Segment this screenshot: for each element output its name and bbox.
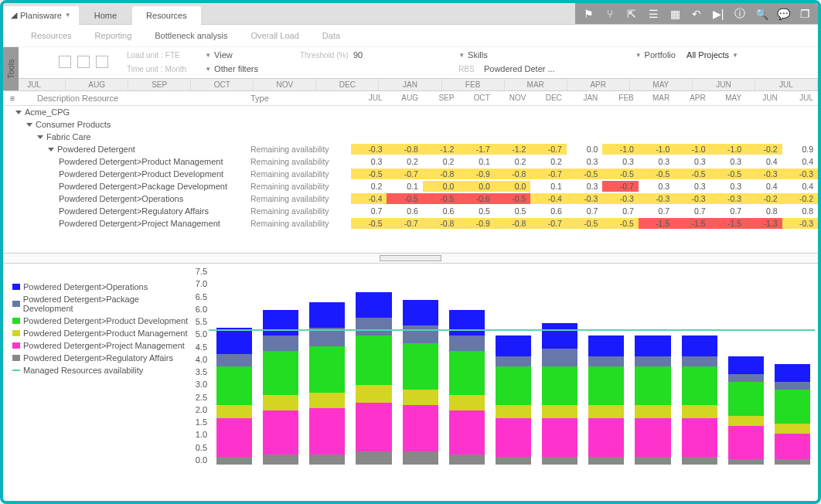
caret-icon[interactable]	[37, 135, 43, 139]
cell[interactable]: -1.2	[495, 144, 530, 155]
cell[interactable]: -1.3	[746, 218, 782, 229]
cell[interactable]: 0.3	[639, 181, 674, 192]
cell[interactable]: 0.0	[495, 181, 530, 192]
cell[interactable]: -1.2	[423, 144, 458, 155]
cell[interactable]: -1.7	[458, 144, 494, 155]
col-month[interactable]: JUL	[782, 94, 818, 103]
cell[interactable]: -0.3	[351, 144, 387, 155]
cell[interactable]: 0.5	[495, 206, 530, 216]
bar-column[interactable]	[635, 335, 670, 465]
data-row[interactable]: Powdered Detergent>OperationsRemaining a…	[3, 192, 818, 205]
cell[interactable]: -0.8	[495, 218, 530, 229]
chat-icon[interactable]: 💬	[776, 7, 790, 21]
splitter[interactable]	[3, 253, 818, 264]
tab-new[interactable]	[203, 6, 230, 25]
cell[interactable]: -0.2	[746, 193, 782, 204]
cell[interactable]: 0.3	[567, 156, 602, 167]
subnav-bottleneck[interactable]: Bottleneck analysis	[155, 31, 227, 40]
cell[interactable]: 0.5	[458, 206, 494, 216]
cell[interactable]: -0.5	[387, 193, 422, 204]
cell[interactable]: -0.5	[495, 193, 530, 204]
col-month[interactable]: APR	[674, 94, 710, 103]
col-month[interactable]: AUG	[387, 94, 422, 103]
portfolio-dropdown[interactable]: ▼Portfolio All Projects ▼	[635, 50, 738, 60]
cell[interactable]: -1.0	[674, 144, 710, 155]
legend-item[interactable]: Powdered Detergent>Regulatory Affairs	[12, 353, 189, 363]
cell[interactable]: -1.0	[639, 144, 674, 155]
cell[interactable]: 0.7	[710, 206, 746, 216]
forward-icon[interactable]: ▶|	[711, 7, 725, 21]
undo-icon[interactable]: ↶	[690, 7, 703, 21]
cell[interactable]: -0.5	[710, 169, 746, 179]
cell[interactable]: -0.5	[351, 169, 387, 179]
cell[interactable]: 0.7	[351, 206, 387, 216]
rbs-value[interactable]: Powdered Deter ...	[484, 64, 555, 73]
cell[interactable]: -0.7	[387, 218, 422, 229]
cell[interactable]: -0.3	[710, 193, 746, 204]
col-month[interactable]: NOV	[495, 94, 530, 103]
tab-resources[interactable]: Resources	[132, 6, 201, 25]
cell[interactable]: -0.7	[387, 169, 422, 179]
cell[interactable]: 0.4	[746, 181, 782, 192]
cell[interactable]: -0.3	[639, 193, 674, 204]
cell[interactable]: -0.6	[458, 193, 494, 204]
cell[interactable]: -0.4	[530, 193, 566, 204]
caret-icon[interactable]	[15, 111, 22, 114]
cell[interactable]: -0.3	[602, 193, 638, 204]
bar-column[interactable]	[263, 310, 298, 465]
col-description[interactable]: Description Resource	[22, 94, 250, 103]
cell[interactable]: -0.2	[746, 144, 782, 155]
cell[interactable]: -0.3	[782, 169, 818, 179]
cell[interactable]: 0.1	[530, 181, 566, 192]
cell[interactable]: -0.8	[423, 218, 458, 229]
cell[interactable]: 0.4	[782, 181, 818, 192]
splitter-handle[interactable]	[380, 255, 441, 261]
cell[interactable]: 0.7	[639, 206, 674, 216]
cell[interactable]: -1.0	[602, 144, 638, 155]
cell[interactable]: -0.8	[495, 169, 530, 179]
cell[interactable]: 0.3	[602, 156, 638, 167]
bar-column[interactable]	[403, 300, 438, 465]
cell[interactable]: 0.7	[567, 206, 602, 216]
bar-column[interactable]	[449, 310, 485, 465]
caret-icon[interactable]	[26, 123, 32, 127]
legend-item[interactable]: Powdered Detergent>Operations	[12, 282, 189, 291]
cell[interactable]: -0.7	[530, 144, 566, 155]
cell[interactable]: -0.3	[567, 193, 602, 204]
edit-icon[interactable]	[77, 56, 90, 68]
col-type[interactable]: Type	[250, 94, 351, 103]
cell[interactable]: 0.6	[423, 206, 458, 216]
list-icon-small[interactable]: ≡	[3, 94, 22, 103]
cell[interactable]: 0.4	[782, 156, 818, 167]
col-month[interactable]: MAY	[710, 94, 746, 103]
cell[interactable]: 0.3	[351, 156, 387, 167]
bar-column[interactable]	[356, 292, 391, 465]
col-month[interactable]: OCT	[458, 94, 494, 103]
tab-home[interactable]: Home	[80, 6, 131, 25]
cell[interactable]: 0.4	[746, 156, 782, 167]
skills-dropdown[interactable]: ▼Skills	[458, 50, 555, 60]
cell[interactable]: 0.0	[423, 181, 458, 192]
bar-column[interactable]	[588, 335, 624, 465]
tree-row[interactable]: Consumer Products	[3, 118, 818, 131]
cell[interactable]: -0.8	[423, 169, 458, 179]
legend-item[interactable]: Managed Resources availability	[12, 366, 189, 375]
subnav-resources[interactable]: Resources	[31, 31, 72, 40]
col-month[interactable]: FEB	[602, 94, 638, 103]
cell[interactable]: 0.3	[639, 156, 674, 167]
cell[interactable]: -0.7	[530, 218, 566, 229]
cell[interactable]: 0.7	[674, 206, 710, 216]
tree-row[interactable]: Fabric Care	[3, 131, 818, 143]
cell[interactable]: -0.7	[530, 169, 566, 179]
bar-column[interactable]	[775, 364, 810, 465]
tree-row[interactable]: Acme_CPG	[3, 106, 818, 118]
legend-item[interactable]: Powdered Detergent>Product Management	[12, 329, 189, 338]
cell[interactable]: 0.1	[387, 181, 422, 192]
bar-column[interactable]	[542, 323, 577, 465]
cell[interactable]: -0.5	[351, 218, 387, 229]
cell[interactable]: -0.3	[746, 169, 782, 179]
bar-column[interactable]	[682, 335, 717, 465]
cell[interactable]: 0.3	[710, 156, 746, 167]
data-row[interactable]: Powdered DetergentRemaining availability…	[3, 143, 818, 155]
cell[interactable]: -0.5	[639, 169, 674, 179]
